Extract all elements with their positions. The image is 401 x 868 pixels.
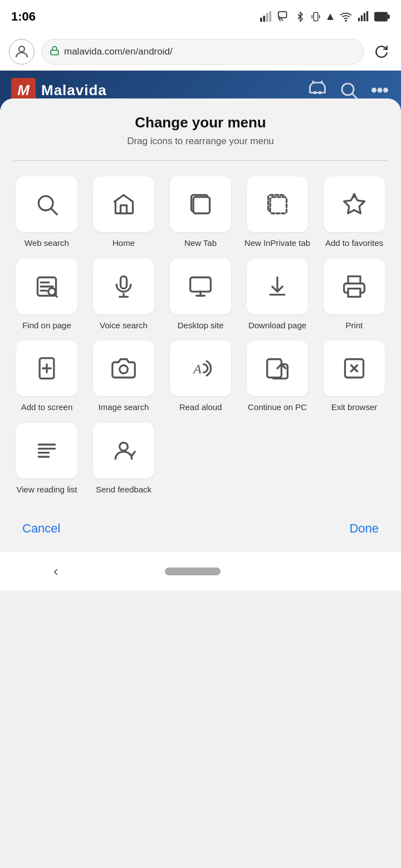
svg-rect-1 xyxy=(263,16,265,22)
find-icon-box xyxy=(16,259,77,314)
svg-point-55 xyxy=(120,366,128,374)
url-display: malavida.com/en/android/ xyxy=(64,46,356,57)
svg-point-20 xyxy=(314,92,316,93)
signal-icon xyxy=(260,11,272,23)
add-to-screen-icon xyxy=(35,356,59,381)
svg-rect-34 xyxy=(270,197,286,213)
web-search-icon-box xyxy=(16,176,77,232)
svg-point-26 xyxy=(373,88,376,92)
svg-rect-50 xyxy=(348,288,360,297)
svg-rect-2 xyxy=(266,13,268,22)
menu-item-print[interactable]: Print xyxy=(321,259,388,331)
menu-item-voice-search[interactable]: Voice search xyxy=(90,259,157,331)
svg-text:A: A xyxy=(192,362,202,376)
menu-item-add-to-screen[interactable]: Add to screen xyxy=(13,341,80,413)
svg-rect-19 xyxy=(51,50,58,55)
download-icon xyxy=(265,274,290,299)
desktop-icon-box xyxy=(170,259,231,314)
svg-rect-47 xyxy=(190,277,211,292)
profile-button[interactable] xyxy=(9,39,35,65)
svg-rect-16 xyxy=(375,13,387,20)
menu-item-download-page[interactable]: Download page xyxy=(244,259,311,331)
microphone-icon xyxy=(111,274,136,299)
url-bar[interactable]: malavida.com/en/android/ xyxy=(41,39,364,65)
cancel-button[interactable]: Cancel xyxy=(22,521,60,536)
svg-point-18 xyxy=(19,46,25,52)
done-button[interactable]: Done xyxy=(349,521,379,536)
menu-item-new-inprivate-tab[interactable]: New InPrivate tab xyxy=(244,176,311,249)
download-page-label: Download page xyxy=(248,320,306,331)
cellular-icon xyxy=(358,11,369,23)
svg-point-65 xyxy=(120,442,128,451)
print-icon-box xyxy=(324,259,385,314)
svg-line-25 xyxy=(353,94,357,98)
menu-item-home[interactable]: Home xyxy=(90,176,157,249)
desktop-site-label: Desktop site xyxy=(178,320,224,331)
status-time: 1:06 xyxy=(11,9,36,24)
status-icons xyxy=(260,11,390,23)
home-icon xyxy=(111,192,136,216)
printer-icon xyxy=(342,274,366,299)
svg-point-28 xyxy=(384,88,388,92)
wifi-icon xyxy=(340,11,352,23)
reload-button[interactable] xyxy=(371,41,392,62)
menu-item-add-to-favorites[interactable]: Add to favorites xyxy=(321,176,388,249)
inprivate-icon xyxy=(265,192,290,216)
new-inprivate-icon-box xyxy=(247,176,308,232)
svg-rect-12 xyxy=(361,16,363,22)
arrow-up-icon xyxy=(326,11,334,23)
sheet-subtitle: Drag icons to rearrange your menu xyxy=(13,136,388,147)
search-icon xyxy=(35,192,59,216)
menu-item-web-search[interactable]: Web search xyxy=(13,176,80,249)
continue-pc-icon-box xyxy=(247,341,308,396)
home-indicator[interactable] xyxy=(165,568,221,575)
add-screen-icon-box xyxy=(16,341,77,396)
svg-rect-17 xyxy=(387,15,389,18)
new-tab-icon-box xyxy=(170,176,231,232)
time-display: 1:06 xyxy=(11,9,36,24)
divider xyxy=(13,160,388,161)
reading-list-icon-box xyxy=(16,423,77,479)
browser-bar: malavida.com/en/android/ xyxy=(0,33,401,71)
exit-icon xyxy=(342,356,366,381)
add-favorites-label: Add to favorites xyxy=(325,238,383,249)
find-icon xyxy=(35,274,59,299)
menu-item-continue-on-pc[interactable]: Continue on PC xyxy=(244,341,311,413)
add-favorites-icon-box xyxy=(324,176,385,232)
search-site-icon xyxy=(339,80,359,100)
menu-item-image-search[interactable]: Image search xyxy=(90,341,157,413)
voice-icon-box xyxy=(93,259,154,314)
feedback-icon xyxy=(111,438,136,463)
battery-icon xyxy=(374,11,390,23)
camera-icon xyxy=(111,356,136,381)
svg-line-30 xyxy=(51,209,57,214)
navigation-bar: ‹ xyxy=(0,551,401,590)
send-feedback-icon-box xyxy=(93,423,154,479)
read-aloud-icon-box: A xyxy=(170,341,231,396)
continue-on-pc-label: Continue on PC xyxy=(248,402,307,413)
menu-item-exit-browser[interactable]: Exit browser xyxy=(321,341,388,413)
svg-marker-9 xyxy=(327,13,334,20)
svg-point-10 xyxy=(345,20,346,21)
lock-icon xyxy=(50,46,60,58)
find-on-page-label: Find on page xyxy=(22,320,71,331)
reading-list-icon xyxy=(35,438,59,463)
menu-item-view-reading-list[interactable]: View reading list xyxy=(13,423,80,495)
menu-item-desktop-site[interactable]: Desktop site xyxy=(167,259,234,331)
menu-item-read-aloud[interactable]: A Read aloud xyxy=(167,341,234,413)
back-button[interactable]: ‹ xyxy=(53,563,58,580)
svg-rect-0 xyxy=(260,18,262,22)
menu-site-icon xyxy=(370,80,390,100)
send-feedback-label: Send feedback xyxy=(96,484,151,495)
svg-rect-3 xyxy=(269,11,271,22)
menu-item-new-tab[interactable]: New Tab xyxy=(167,176,234,249)
read-aloud-icon: A xyxy=(188,356,213,381)
svg-point-21 xyxy=(319,92,321,93)
svg-rect-13 xyxy=(364,13,365,21)
menu-item-find-on-page[interactable]: Find on page xyxy=(13,259,80,331)
home-icon-box xyxy=(93,176,154,232)
menu-item-send-feedback[interactable]: Send feedback xyxy=(90,423,157,495)
new-inprivate-label: New InPrivate tab xyxy=(244,238,310,249)
menu-grid: Web search Home New Tab xyxy=(13,176,388,495)
new-tab-icon xyxy=(188,192,213,216)
